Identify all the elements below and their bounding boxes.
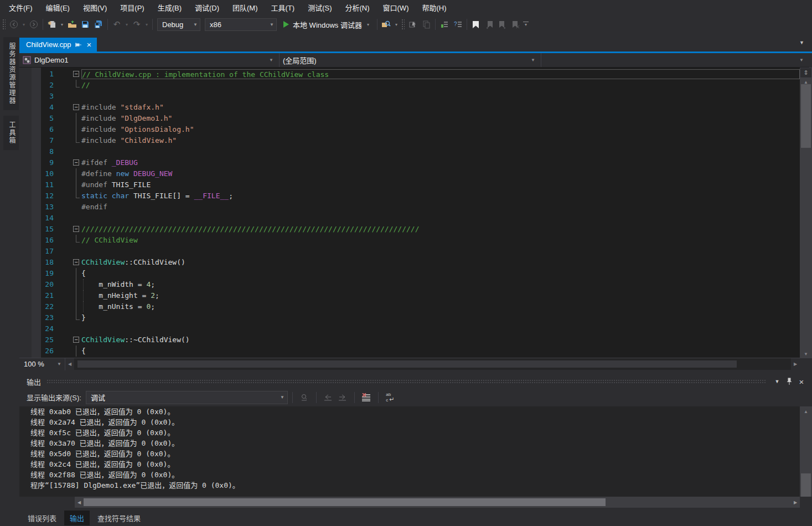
redo-chevron-icon[interactable]: ▾	[144, 22, 149, 27]
fold-toggle-icon[interactable]	[71, 157, 81, 168]
previous-message-icon[interactable]	[321, 391, 335, 404]
panel-drag-grip[interactable]	[46, 379, 766, 384]
fold-toggle-icon[interactable]	[71, 257, 81, 268]
code-text[interactable]: //	[81, 80, 800, 91]
output-horizontal-scroll-thumb[interactable]	[84, 498, 606, 506]
code-text[interactable]	[81, 323, 800, 334]
navigate-forward-icon[interactable]	[28, 18, 40, 31]
scroll-right-icon[interactable]: ▶	[791, 497, 800, 508]
code-text[interactable]: CChildView::CChildView()	[81, 257, 800, 268]
navigate-to-icon[interactable]	[407, 18, 419, 31]
output-panel-header[interactable]: 输出 ▼ ×	[19, 375, 812, 388]
redo-icon[interactable]: ↷	[131, 18, 143, 31]
output-horizontal-scrollbar[interactable]: ◀ ▶	[19, 497, 800, 508]
navigate-back-chevron-icon[interactable]: ▾	[21, 22, 27, 27]
menu-item-0[interactable]: 文件(F)	[2, 0, 39, 15]
code-text[interactable]: #include "DlgDemo1.h"	[81, 113, 800, 124]
code-text[interactable]: #include "ChildView.h"	[81, 135, 800, 146]
menu-item-1[interactable]: 编辑(E)	[39, 0, 76, 15]
editor-vertical-scroll-thumb[interactable]	[801, 84, 811, 148]
output-vertical-scrollbar[interactable]: ▲ ▼	[800, 406, 812, 508]
window-position-chevron-icon[interactable]: ▼	[771, 376, 783, 387]
code-text[interactable]: static char THIS_FILE[] = __FILE__;	[81, 190, 800, 202]
clear-bookmarks-icon[interactable]	[510, 18, 522, 31]
output-vertical-scroll-thumb[interactable]	[801, 473, 811, 499]
question-lines-icon[interactable]: ?	[452, 18, 464, 31]
code-text[interactable]: m_nUnits = 0;	[81, 301, 800, 312]
code-text[interactable]: // ChildView.cpp : implementation of the…	[81, 69, 800, 79]
find-in-files-icon[interactable]	[380, 18, 392, 31]
menu-item-6[interactable]: 团队(M)	[226, 0, 265, 15]
next-message-icon[interactable]	[335, 391, 350, 404]
output-source-select[interactable]: 调试 ▼	[86, 391, 288, 404]
code-text[interactable]: // CChildView	[81, 235, 800, 246]
code-text[interactable]: #ifdef _DEBUG	[81, 157, 800, 168]
tab-list-chevron-icon[interactable]: ▼	[799, 40, 804, 45]
output-text-area[interactable]: 线程 0xab0 已退出，返回值为 0 (0x0)。线程 0x2a74 已退出，…	[19, 406, 800, 497]
pin-icon[interactable]	[75, 42, 82, 48]
scope-dropdown[interactable]: (全局范围) ▼	[280, 53, 541, 67]
undo-chevron-icon[interactable]: ▾	[124, 22, 130, 27]
word-wrap-icon[interactable]: abc ↵	[383, 391, 397, 404]
code-text[interactable]: #include "stdafx.h"	[81, 102, 800, 113]
editor-vertical-scrollbar[interactable]: ▲ ▼	[800, 68, 812, 358]
code-text[interactable]: #define new DEBUG_NEW	[81, 168, 800, 179]
scroll-up-icon[interactable]: ▲	[800, 408, 812, 415]
scroll-right-icon[interactable]: ▶	[791, 362, 800, 367]
code-text[interactable]	[81, 246, 800, 257]
code-text[interactable]: m_nHeight = 2;	[81, 290, 800, 301]
toggle-bookmark-icon[interactable]	[470, 18, 482, 31]
fold-toggle-icon[interactable]	[71, 69, 81, 80]
save-icon[interactable]	[79, 18, 91, 31]
open-file-icon[interactable]	[66, 18, 78, 31]
scroll-down-icon[interactable]: ▼	[800, 350, 812, 358]
indent-lines-icon[interactable]	[438, 18, 451, 31]
clipboard-copy-icon[interactable]	[420, 18, 432, 31]
next-bookmark-icon[interactable]	[496, 18, 509, 31]
menu-item-11[interactable]: 帮助(H)	[415, 0, 453, 15]
toolbar-drag-grip[interactable]	[401, 19, 405, 30]
editor-horizontal-scrollbar[interactable]	[74, 358, 791, 370]
new-project-chevron-icon[interactable]: ▾	[59, 22, 65, 27]
start-debugging-button[interactable]: 本地 Windows 调试器 ▾	[280, 18, 374, 31]
solution-configuration-select[interactable]: Debug ▼	[157, 18, 200, 31]
toolbar-drag-grip[interactable]	[2, 19, 6, 30]
menu-item-10[interactable]: 窗口(W)	[376, 0, 416, 15]
menu-item-3[interactable]: 项目(P)	[113, 0, 151, 15]
panel-tab-0[interactable]: 错误列表	[22, 510, 62, 525]
panel-tab-2[interactable]: 查找符号结果	[92, 510, 146, 525]
code-text[interactable]: ////////////////////////////////////////…	[81, 224, 800, 235]
code-text[interactable]: m_nWidth = 4;	[81, 279, 800, 290]
code-editor[interactable]: 1// ChildView.cpp : implementation of th…	[19, 68, 812, 358]
save-all-icon[interactable]	[92, 18, 105, 31]
fold-toggle-icon[interactable]	[71, 102, 81, 113]
clear-all-icon[interactable]	[359, 391, 374, 404]
menu-item-5[interactable]: 调试(D)	[188, 0, 226, 15]
find-chevron-icon[interactable]: ▾	[394, 22, 399, 27]
close-icon[interactable]: ×	[795, 376, 808, 387]
editor-horizontal-scroll-thumb[interactable]	[77, 360, 737, 368]
menu-item-8[interactable]: 测试(S)	[301, 0, 338, 15]
previous-bookmark-icon[interactable]	[483, 18, 495, 31]
menu-item-4[interactable]: 生成(B)	[151, 0, 188, 15]
code-text[interactable]	[81, 213, 800, 224]
code-text[interactable]: #include "OptionsDialog.h"	[81, 124, 800, 135]
close-icon[interactable]: ×	[86, 40, 91, 49]
code-text[interactable]: #undef THIS_FILE	[81, 179, 800, 190]
new-project-icon[interactable]: ✱	[46, 18, 58, 31]
code-text[interactable]	[81, 91, 800, 102]
editor-splitter-handle[interactable]: ⇕	[800, 68, 812, 78]
navigate-back-icon[interactable]	[8, 18, 20, 31]
toolbar-overflow-chevron-icon[interactable]: ▾	[523, 22, 529, 27]
menu-item-7[interactable]: 工具(T)	[265, 0, 302, 15]
menu-item-9[interactable]: 分析(N)	[338, 0, 376, 15]
pin-icon[interactable]	[783, 376, 795, 387]
panel-tab-1[interactable]: 输出	[64, 510, 90, 525]
menu-item-2[interactable]: 视图(V)	[76, 0, 113, 15]
find-message-icon[interactable]	[297, 391, 312, 404]
code-text[interactable]: {	[81, 268, 800, 279]
sidebar-tab-1[interactable]: 工具箱	[3, 116, 19, 150]
code-text[interactable]: {	[81, 345, 800, 357]
code-text[interactable]: }	[81, 312, 800, 323]
fold-toggle-icon[interactable]	[71, 224, 81, 235]
